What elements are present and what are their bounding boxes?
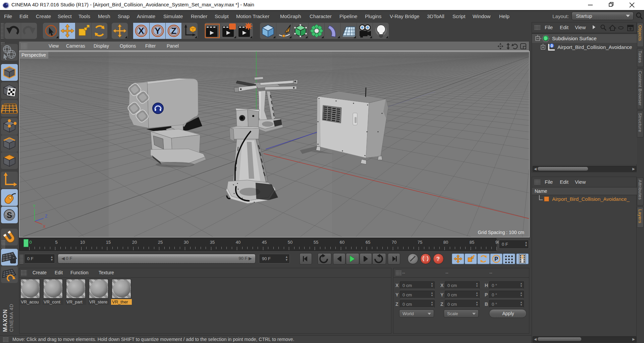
- svg-text:Perspective: Perspective: [21, 52, 46, 58]
- svg-text:X: X: [138, 26, 144, 36]
- svg-text:Z: Z: [171, 26, 176, 36]
- svg-text:Y: Y: [33, 204, 36, 209]
- svg-text:0: 0: [551, 44, 553, 48]
- svg-text:?: ?: [436, 256, 440, 262]
- svg-text:S: S: [7, 211, 12, 220]
- svg-text:P: P: [494, 256, 498, 262]
- svg-text:X: X: [43, 224, 46, 229]
- svg-text:Y: Y: [155, 26, 160, 36]
- svg-text:Z: Z: [45, 214, 47, 219]
- svg-text:Grid Spacing : 100 cm: Grid Spacing : 100 cm: [478, 230, 524, 235]
